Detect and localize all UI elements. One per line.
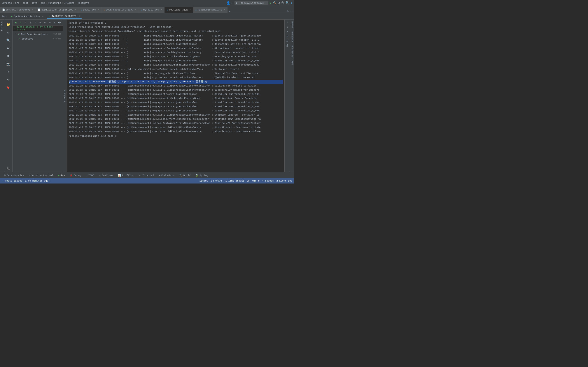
settings-icon[interactable]: ⚙ [286, 10, 290, 13]
sidebar-icon-run2[interactable]: ▶ [5, 45, 12, 51]
breadcrumb-item[interactable]: test [23, 2, 28, 4]
scroll-down-btn[interactable]: ↓ [285, 25, 290, 29]
tab-label: BookRepository.java [106, 8, 133, 11]
sidebar-icon-search[interactable]: 🔍 [5, 37, 12, 44]
web-tab[interactable]: Web [290, 59, 294, 67]
java-icon: ☕ [195, 8, 197, 11]
sort-desc-btn[interactable]: ↕ [33, 21, 37, 25]
bookmarks-tab[interactable]: Bookmarks [290, 44, 294, 59]
run-stop-btn[interactable]: ⊘ [24, 21, 27, 25]
tab-mqtest[interactable]: ☕ MQTest.java × [139, 7, 164, 13]
breadcrumb-item[interactable]: JPADemo [64, 2, 74, 4]
sidebar-icon-plugin[interactable]: 🔌 [5, 165, 12, 172]
bottom-tab-deps[interactable]: ⧉ Dependencies [2, 173, 26, 178]
event-log[interactable]: 2 Event Log [276, 180, 292, 182]
sidebar-icon-stop[interactable]: ■ [5, 52, 12, 59]
tab-close[interactable]: × [190, 9, 191, 11]
output-content[interactable]: Number of jobs executed: 0Using thread p… [67, 20, 284, 172]
maven-tab[interactable]: Maven [290, 20, 294, 30]
update-icon[interactable]: ↺ [278, 1, 280, 5]
tab-app-props[interactable]: 📄 application.properties × [36, 7, 78, 13]
vcs-icon[interactable]: 👤 [226, 1, 230, 5]
run-test-tab[interactable]: ✓ TestSave.testSave × [47, 14, 82, 18]
breadcrumb-item[interactable]: com [41, 2, 45, 4]
breadcrumb-item[interactable]: JPADemo [2, 2, 12, 4]
tab-close[interactable]: × [98, 9, 99, 11]
database-tab[interactable]: Database [290, 30, 294, 44]
breadcrumb-item[interactable]: TestSave [78, 2, 89, 4]
project-tab[interactable]: Project [0, 20, 4, 33]
tab-pom[interactable]: 📄 pom.xml (JPADemo) × [0, 7, 36, 13]
search-icon[interactable]: 🔍 [285, 1, 289, 5]
test-status-bar: ✓ Tests passed: 1 of 1 test – 414 ms [13, 26, 63, 31]
sort-output-btn[interactable]: ⇅ [285, 34, 290, 38]
minimize-output-icon[interactable]: — [290, 10, 294, 13]
test-method-item[interactable]: ✓ testSave 414 ms [13, 36, 63, 41]
back-icon[interactable]: ← [232, 1, 233, 5]
run-label2: Run [61, 174, 65, 177]
bottom-tab-terminal[interactable]: >_ Terminal [136, 173, 156, 178]
rerun-btn[interactable]: ⇅ [53, 21, 57, 25]
statusbar-right: 115:88 (93 chars, 1 line break) LF UTF-8… [199, 180, 292, 182]
tab-testredis[interactable]: ☕ TestRedisTemplate × [193, 7, 227, 13]
sidebar-icon-settings2[interactable]: ⚙ [5, 76, 12, 83]
scroll-up-btn[interactable]: ↑ [285, 21, 290, 25]
tab-close[interactable]: × [135, 9, 136, 11]
bottom-tab-profiler[interactable]: 📊 Profiler [116, 173, 136, 178]
breadcrumb-item[interactable]: yangjunbo [48, 2, 61, 4]
more-icon[interactable]: ⏱ [281, 1, 284, 5]
run-pass-btn[interactable]: ✓ [19, 21, 23, 25]
bottom-tab-endpoints[interactable]: ⎈ Endpoints [157, 173, 177, 178]
log-line: 2022-11-27 20:08:27.817 INFO 60661 --- [… [69, 75, 283, 80]
bottom-tab-run[interactable]: ▶ Run [56, 173, 67, 178]
tab-testsave[interactable]: ☕ TestSave.java × [164, 7, 193, 13]
tabs-overflow[interactable]: ▾ [227, 10, 232, 13]
tab-close[interactable]: × [75, 9, 76, 11]
run-test-close[interactable]: × [78, 15, 80, 17]
structure-label[interactable]: Structure [64, 90, 66, 102]
sidebar-icon-camera[interactable]: 📷 [5, 60, 12, 67]
tab-close[interactable]: × [224, 9, 225, 11]
tab-close[interactable]: × [32, 9, 33, 11]
breadcrumb-item[interactable]: java [32, 2, 37, 4]
run-all-btn[interactable]: ▶ [14, 21, 18, 25]
statusbar-message: Tests passed: 1 (9 minutes ago) [5, 180, 50, 182]
bottom-tab-vcs[interactable]: ⑂ Version Control [27, 173, 55, 178]
list-btn[interactable]: ≡ [48, 21, 52, 25]
indent-label: 4 spaces [262, 180, 274, 182]
log-line: 2022-11-27 20:08:27.079 INFO 60661 --- [… [69, 34, 283, 38]
breadcrumb-item[interactable]: src [15, 2, 19, 4]
build-icon[interactable]: 🔨 [273, 1, 277, 5]
export-btn[interactable]: ⇒ [38, 21, 42, 25]
vcs-label: Version Control [32, 174, 53, 177]
bottom-tab-spring[interactable]: 🍃 Spring [193, 173, 210, 178]
clear-btn[interactable]: 🗑 [285, 43, 290, 47]
sidebar-icon-git[interactable]: ⑂ [5, 68, 12, 75]
main-area: Project 📁 ↻ 🔍 ▶ ■ 📷 ⑂ ⚙ 🔖 🔌 ▶ ✓ ⊘ ↕ ↕ ⇒ … [0, 20, 294, 172]
bottom-tab-problems[interactable]: ⚠ Problems [97, 173, 115, 178]
run-app-close[interactable]: × [42, 15, 43, 18]
sidebar-icon-folder[interactable]: 📁 [5, 21, 12, 28]
bottom-tab-build[interactable]: 🔨 Build [177, 173, 193, 178]
pom-icon: 📄 [2, 8, 5, 11]
print-btn[interactable]: 🖨 [285, 39, 290, 43]
bottom-tab-todo[interactable]: ☑ TODO [84, 173, 96, 178]
run-button[interactable]: ▶ [270, 1, 271, 5]
tab-book-repo[interactable]: ☕ BookRepository.java × [102, 7, 139, 13]
wrap-lines-btn[interactable]: ≡ [285, 30, 290, 34]
user-icon[interactable]: ● [291, 1, 292, 5]
run-config-dropdown[interactable]: ▶ TestSave.testSave ▾ [234, 1, 268, 5]
sidebar-icon-bookmark[interactable]: 🔖 [5, 84, 12, 91]
tab-close[interactable]: × [161, 9, 162, 11]
run-app-tab[interactable]: ▶ JpaDemoApplication × [9, 14, 45, 18]
structure-sidebar: Structure [63, 20, 67, 172]
test-suite-item[interactable]: ▾ ✓ TestSave (com.yan... 414 ms [13, 32, 63, 36]
build-label: Build [183, 174, 190, 177]
import-btn[interactable]: ⇐ [43, 21, 47, 25]
sort-asc-btn[interactable]: ↕ [28, 21, 32, 25]
tab-book[interactable]: ☕ Book.java × [78, 7, 101, 13]
more-tests-btn[interactable]: ▶▶ [58, 21, 61, 25]
bottom-tab-debug[interactable]: 🐞 Debug [68, 173, 83, 178]
sidebar-icon-sync[interactable]: ↻ [5, 29, 12, 36]
log-line[interactable]: {"Book":{"id":1,"bookName":"西游记","page":… [69, 80, 283, 84]
